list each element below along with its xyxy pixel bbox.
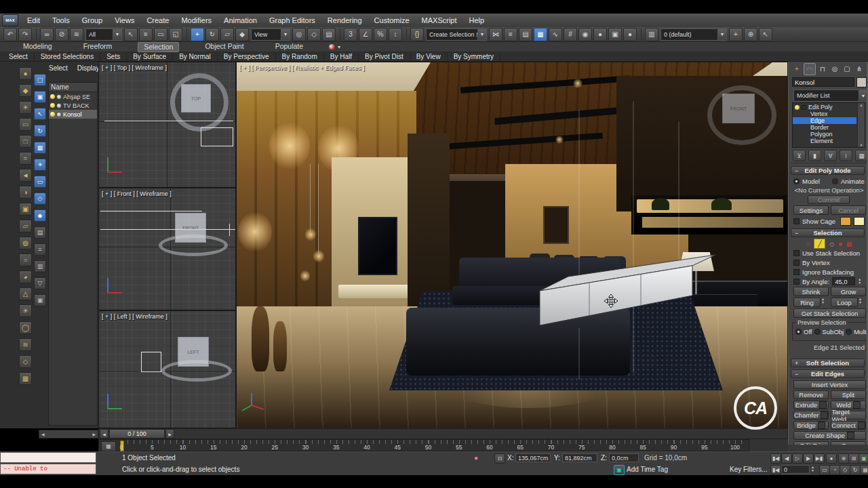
ribbon-tab-modeling[interactable]: Modeling	[18, 42, 58, 52]
ribbon-tab-object-paint[interactable]: Object Paint	[199, 42, 249, 52]
se-new-explorer-icon[interactable]: ▢	[34, 74, 46, 86]
edge-subobject-icon[interactable]: ╱	[814, 239, 825, 249]
zoom-icon[interactable]: ⊕	[838, 453, 849, 464]
show-cage-checkbox[interactable]	[793, 218, 800, 224]
se-sort-icon[interactable]: ≡	[34, 243, 46, 256]
rollout-edit-edges[interactable]: −Edit Edges	[791, 369, 865, 378]
rollout-selection[interactable]: −Selection	[791, 228, 865, 237]
modifier-stack[interactable]: Edit PolyVertexEdgeBorderPolygonElement …	[792, 102, 865, 148]
filter-film-camera-icon[interactable]: ▣	[19, 203, 32, 216]
ribbon-minimize-icon[interactable]: ▾	[338, 44, 340, 50]
ribbon-button-by-half[interactable]: By Half	[324, 52, 359, 61]
menu-group[interactable]: Group	[76, 14, 109, 27]
by-angle-checkbox[interactable]	[793, 279, 800, 285]
z-coordinate-field[interactable]: 0,0cm	[609, 453, 639, 462]
play-animation-icon[interactable]: ▷	[792, 453, 803, 464]
se-find-icon[interactable]: ▣	[34, 294, 46, 306]
selected-konsol-object[interactable]	[237, 62, 788, 432]
maxscript-listener-error[interactable]: -- Unable to	[0, 464, 96, 474]
tab-create-icon[interactable]: +	[791, 63, 802, 74]
stack-item-edge[interactable]: Edge	[793, 117, 856, 124]
tab-utilities-icon[interactable]: ⋔	[854, 63, 865, 74]
cancel-button[interactable]: Cancel	[831, 205, 866, 215]
chevron-down-icon[interactable]: ▼	[113, 29, 121, 40]
modifier-checkbox[interactable]	[802, 105, 806, 110]
next-frame-arrow-icon[interactable]: ▶	[165, 429, 174, 439]
by-angle-spinner[interactable]: ▲▼	[858, 278, 864, 285]
visibility-bulb-icon[interactable]	[50, 94, 55, 99]
ribbon-button-select[interactable]: Select	[3, 52, 35, 61]
use-pivot-point-center-icon[interactable]: ◎	[292, 28, 306, 41]
select-and-move-icon[interactable]: +	[191, 28, 204, 41]
explorer-tab-display[interactable]: Display	[77, 64, 100, 72]
previous-frame-arrow-icon[interactable]: ◀	[100, 429, 108, 439]
filter-moon-icon[interactable]: ◑	[19, 186, 32, 199]
perspective-viewport-label[interactable]: [ + ] [ Perspective ] [ Realistic + Edge…	[239, 64, 365, 71]
isolate-selection-pin-icon[interactable]: ●	[471, 453, 481, 462]
se-filter-funnel-icon[interactable]: ▽	[34, 277, 46, 289]
filter-sun-icon[interactable]: ☀	[19, 304, 32, 317]
button-create-shape[interactable]: Create Shape	[793, 431, 866, 440]
modifier-bulb-icon[interactable]	[795, 105, 800, 110]
field-of-view-icon[interactable]: ◔	[829, 465, 840, 475]
filter-grid-icon[interactable]: ▦	[19, 372, 32, 385]
edit-named-selection-sets-icon[interactable]: {}	[410, 28, 424, 41]
ribbon-button-by-random[interactable]: By Random	[276, 52, 324, 61]
se-show-lights-icon[interactable]: ☀	[34, 159, 46, 171]
scroll-right-icon[interactable]: ▶	[90, 432, 98, 436]
filter-lights-icon[interactable]: ☀	[19, 101, 32, 114]
settings-box-icon[interactable]	[847, 432, 854, 439]
scroll-left-icon[interactable]: ◀	[39, 432, 47, 436]
key-mode-toggle-icon[interactable]: ●	[826, 453, 837, 464]
create-new-layer-icon[interactable]: +	[729, 28, 743, 41]
settings-button[interactable]: Settings	[793, 205, 829, 215]
time-slider-handle[interactable]: 0 / 100	[109, 429, 165, 439]
commit-button[interactable]: Commit	[808, 195, 850, 204]
zoom-extents-icon[interactable]: ▣	[859, 453, 868, 464]
select-object-icon[interactable]: ↖	[124, 28, 138, 41]
get-stack-selection-button[interactable]: Get Stack Selection	[793, 308, 866, 318]
x-coordinate-field[interactable]: 135,067cm	[515, 453, 551, 462]
loop-spinner[interactable]: ▲▼	[859, 298, 865, 304]
ribbon-tab-populate[interactable]: Populate	[270, 42, 309, 52]
snap-toggle-3d-icon[interactable]: 3	[344, 28, 357, 41]
add-selection-to-layer-icon[interactable]: ⊕	[744, 28, 757, 41]
front-viewcube[interactable]: FRONT	[175, 213, 206, 243]
rectangular-selection-region-icon[interactable]: ▭	[154, 28, 167, 41]
layer-dropdown[interactable]: 0 (default)▼	[660, 28, 727, 41]
y-coordinate-field[interactable]: 81,892cm	[562, 453, 597, 462]
menu-graph-editors[interactable]: Graph Editors	[263, 14, 321, 27]
settings-box-icon[interactable]	[819, 401, 827, 409]
element-subobject-icon[interactable]: ▩	[846, 241, 852, 247]
ribbon-button-stored-selections[interactable]: Stored Selections	[35, 52, 100, 61]
bind-to-space-warp-icon[interactable]: ≋	[70, 28, 83, 41]
shrink-button[interactable]: Shrink	[793, 287, 829, 296]
menu-animation[interactable]: Animation	[218, 14, 263, 27]
state-sets-icon[interactable]: ▥	[645, 28, 658, 41]
maxscript-mini-listener[interactable]	[0, 452, 96, 463]
explorer-horizontal-scrollbar[interactable]: ◀ ▶	[39, 430, 98, 439]
previous-frame-icon[interactable]: ◀	[781, 453, 792, 464]
menu-modifiers[interactable]: Modifiers	[175, 14, 218, 27]
ribbon-record-icon[interactable]	[329, 44, 335, 50]
filter-blob-icon[interactable]: ◍	[19, 237, 32, 249]
button-bridge[interactable]: Bridge	[793, 421, 829, 430]
button-chamfer[interactable]: Chamfer	[793, 411, 829, 420]
add-time-tag-text[interactable]: Add Time Tag	[627, 464, 668, 475]
by-vertex-checkbox[interactable]	[793, 260, 800, 266]
perspective-viewport[interactable]: FRONT CA [ + ] [ Perspective ] [ Realist…	[236, 62, 788, 432]
preview-off-radio[interactable]	[795, 329, 802, 335]
window-crossing-icon[interactable]: ◱	[169, 28, 182, 41]
make-unique-icon[interactable]: ∀	[824, 150, 837, 161]
top-viewport-label[interactable]: [ + ] [ Top ] [ Wireframe ]	[102, 64, 167, 71]
se-list-view-icon[interactable]: ▤	[34, 226, 46, 239]
rollout-edit-poly-mode[interactable]: −Edit Poly Mode	[791, 166, 865, 175]
go-to-frame-icon[interactable]: ▮◀	[770, 465, 781, 475]
redo-icon[interactable]: ↷	[18, 28, 32, 41]
ignore-backfacing-checkbox[interactable]	[793, 269, 800, 275]
select-and-manipulate-icon[interactable]: ◇	[307, 28, 321, 41]
ribbon-button-by-perspective[interactable]: By Perspective	[218, 52, 276, 61]
animate-radio[interactable]	[832, 178, 838, 184]
modifier-list-dropdown[interactable]: Modifier List▼	[793, 89, 868, 102]
track-bar[interactable]: ▦ 05101520253035404550556065707580859095…	[98, 439, 749, 451]
